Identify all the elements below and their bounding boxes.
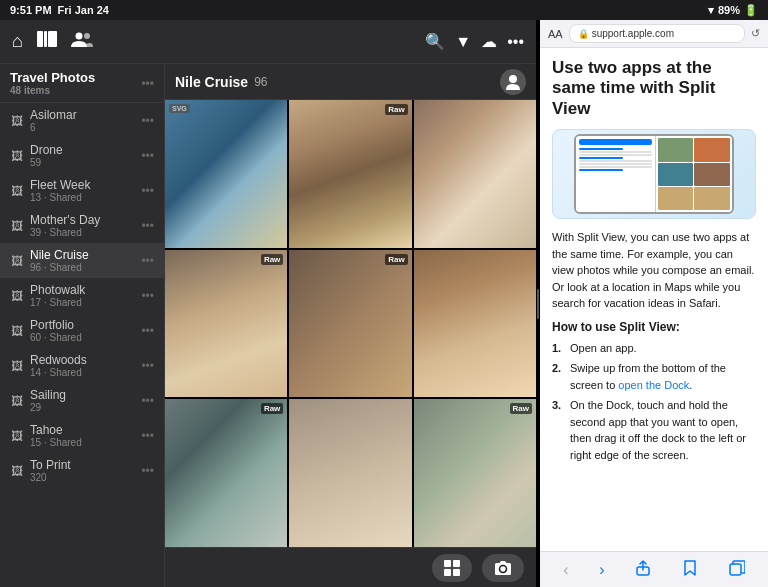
tabs-button[interactable] — [729, 560, 745, 580]
svg-point-5 — [509, 75, 517, 83]
dock-link[interactable]: open the Dock — [618, 379, 689, 391]
sidebar-header: Travel Photos 48 items ••• — [0, 64, 164, 103]
photo-cell[interactable] — [414, 250, 536, 398]
safari-article-title: Use two apps at the same time with Split… — [552, 58, 756, 119]
filter-icon[interactable]: ▼ — [455, 33, 471, 51]
ipad-right-app — [656, 136, 733, 212]
album-icon: 🖼 — [10, 464, 24, 478]
photos-toolbar-right: 🔍 ▼ ☁ ••• — [425, 32, 524, 51]
search-icon[interactable]: 🔍 — [425, 32, 445, 51]
ipad-photo — [658, 138, 694, 161]
raw-badge: Raw — [385, 254, 407, 265]
app-line — [579, 166, 652, 168]
photo-cell[interactable]: Raw — [289, 250, 411, 398]
gallery-view-button[interactable] — [432, 554, 472, 582]
battery-icon: 🔋 — [744, 4, 758, 17]
home-icon[interactable]: ⌂ — [12, 31, 23, 52]
item-more-icon: ••• — [141, 289, 154, 303]
item-more-icon: ••• — [141, 184, 154, 198]
app-bar — [579, 139, 652, 145]
sidebar-item-drone[interactable]: 🖼 Drone 59 ••• — [0, 138, 164, 173]
more-icon[interactable]: ••• — [507, 33, 524, 51]
photo-cell[interactable]: Raw — [165, 250, 287, 398]
sidebar-item-photowalk[interactable]: 🖼 Photowalk 17 · Shared ••• — [0, 278, 164, 313]
safari-how-to-title: How to use Split View: — [552, 320, 756, 334]
sidebar-more-icon[interactable]: ••• — [141, 76, 154, 90]
photos-topbar: ⌂ 🔍 — [0, 20, 536, 64]
people-icon[interactable] — [71, 31, 93, 52]
item-more-icon: ••• — [141, 464, 154, 478]
app-line — [579, 157, 623, 159]
photos-bottom-toolbar — [165, 547, 536, 587]
safari-aa-button[interactable]: AA — [548, 28, 563, 40]
share-button[interactable] — [635, 560, 651, 580]
photo-cell[interactable]: Raw — [289, 100, 411, 248]
svg-rect-0 — [37, 31, 43, 47]
safari-url-bar[interactable]: 🔒 support.apple.com — [569, 24, 745, 43]
raw-badge: Raw — [510, 403, 532, 414]
sidebar-item-tahoe[interactable]: 🖼 Tahoe 15 · Shared ••• — [0, 418, 164, 453]
photo-cell[interactable]: SVG — [165, 100, 287, 248]
step-1: 1. Open an app. — [552, 340, 756, 357]
svg-rect-7 — [453, 560, 460, 567]
safari-panel: AA 🔒 support.apple.com ↺ Use two apps at… — [540, 20, 768, 587]
ipad-photo — [694, 138, 730, 161]
lock-icon: 🔒 — [578, 29, 589, 39]
sidebar-item-to-print[interactable]: 🖼 To Print 320 ••• — [0, 453, 164, 488]
status-date: Fri Jan 24 — [58, 4, 109, 16]
bookmarks-button[interactable] — [682, 560, 698, 580]
sidebar-item-asilomar[interactable]: 🖼 Asilomar 6 ••• — [0, 103, 164, 138]
photo-cell[interactable]: Raw — [165, 399, 287, 547]
photo-cell[interactable] — [289, 399, 411, 547]
album-icon: 🖼 — [10, 289, 24, 303]
safari-reload-button[interactable]: ↺ — [751, 27, 760, 40]
cloud-icon[interactable]: ☁ — [481, 32, 497, 51]
app-line — [579, 151, 652, 153]
safari-bottom-toolbar: ‹ › — [540, 551, 768, 587]
item-more-icon: ••• — [141, 219, 154, 233]
forward-button[interactable]: › — [599, 561, 604, 579]
svg-point-3 — [75, 33, 82, 40]
item-more-icon: ••• — [141, 394, 154, 408]
sidebar-item-mothers-day[interactable]: 🖼 Mother's Day 39 · Shared ••• — [0, 208, 164, 243]
sidebar-item-sailing[interactable]: 🖼 Sailing 29 ••• — [0, 383, 164, 418]
album-icon: 🖼 — [10, 429, 24, 443]
safari-topbar: AA 🔒 support.apple.com ↺ — [540, 20, 768, 48]
status-bar: 9:51 PM Fri Jan 24 ▾ 89% 🔋 — [0, 0, 768, 20]
sidebar-item-redwoods[interactable]: 🖼 Redwoods 14 · Shared ••• — [0, 348, 164, 383]
photos-nav-icons: ⌂ — [12, 31, 93, 52]
app-line — [579, 163, 652, 165]
photo-count: 96 — [254, 75, 267, 89]
album-icon: 🖼 — [10, 184, 24, 198]
raw-badge: Raw — [261, 403, 283, 414]
sidebar-header-title: Travel Photos — [10, 70, 95, 85]
sidebar-item-fleet-week[interactable]: 🖼 Fleet Week 13 · Shared ••• — [0, 173, 164, 208]
camera-button[interactable] — [482, 554, 524, 582]
ipad-photo — [694, 163, 730, 186]
avatar — [500, 69, 526, 95]
photo-grid: SVG Raw Raw Raw Raw — [165, 100, 536, 547]
photo-grid-container: Nile Cruise 96 SVG Raw — [165, 64, 536, 587]
sidebar-item-portfolio[interactable]: 🖼 Portfolio 60 · Shared ••• — [0, 313, 164, 348]
svg-rect-8 — [444, 569, 451, 576]
step-3: 3. On the Dock, touch and hold the secon… — [552, 397, 756, 463]
back-button[interactable]: ‹ — [563, 561, 568, 579]
photo-cell[interactable]: Raw — [414, 399, 536, 547]
status-time: 9:51 PM — [10, 4, 52, 16]
safari-url-row: AA 🔒 support.apple.com ↺ — [540, 20, 768, 47]
item-more-icon: ••• — [141, 149, 154, 163]
app-line — [579, 160, 652, 162]
album-icon: 🖼 — [10, 324, 24, 338]
status-bar-left: 9:51 PM Fri Jan 24 — [10, 4, 109, 16]
raw-badge: Raw — [385, 104, 407, 115]
library-icon[interactable] — [37, 31, 57, 52]
photos-body: Travel Photos 48 items ••• 🖼 Asilomar 6 … — [0, 64, 536, 587]
photo-cell[interactable] — [414, 100, 536, 248]
safari-content: Use two apps at the same time with Split… — [540, 48, 768, 551]
sidebar-item-nile-cruise[interactable]: 🖼 Nile Cruise 96 · Shared ••• — [0, 243, 164, 278]
ipad-left-app — [576, 136, 656, 212]
photos-app: ⌂ 🔍 — [0, 20, 536, 587]
album-icon: 🖼 — [10, 149, 24, 163]
step-2: 2. Swipe up from the bottom of the scree… — [552, 360, 756, 393]
split-view-divider[interactable] — [536, 20, 540, 587]
